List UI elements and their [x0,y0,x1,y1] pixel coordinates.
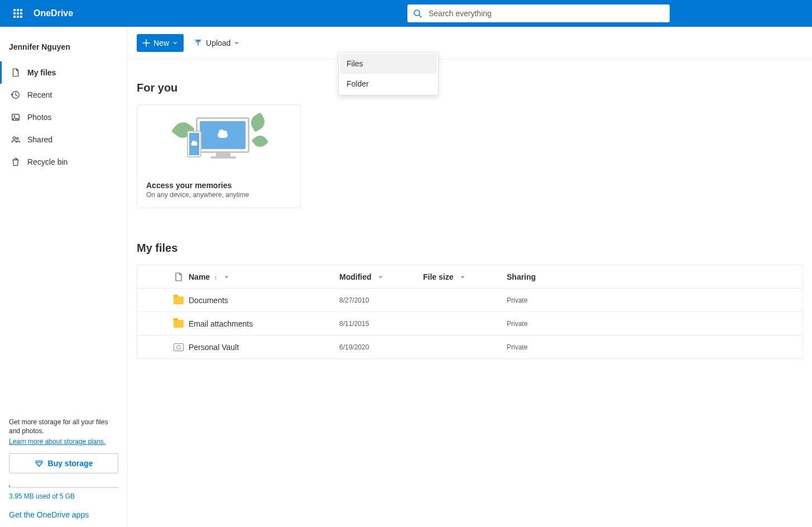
waffle-icon [13,9,22,18]
table-row[interactable]: Documents 8/27/2010 Private [137,289,803,312]
header: OneDrive [0,0,812,27]
column-name-header[interactable]: Name ↑ [189,272,339,281]
clock-icon [11,90,21,100]
upload-folder-item[interactable]: Folder [340,74,437,94]
file-modified: 8/27/2010 [339,296,423,304]
chevron-down-icon [378,274,383,280]
column-sharing-header[interactable]: Sharing [507,272,596,281]
command-bar: New Upload [128,27,812,59]
vault-icon [174,343,184,351]
dropdown-label: Folder [347,79,369,88]
user-name: Jennifer Nguyen [0,37,127,61]
nav-label: My files [27,68,56,77]
search-input[interactable] [429,9,664,18]
memories-card[interactable]: Access your memories On any device, anyw… [137,104,301,208]
file-modified: 6/19/2020 [339,343,423,351]
file-name: Email attachments [189,319,339,328]
diamond-icon [35,459,44,468]
dropdown-label: Files [347,59,363,68]
memories-card-title: Access your memories [146,181,291,190]
nav-recent[interactable]: Recent [0,84,127,106]
table-header: Name ↑ Modified File size [137,265,803,289]
main-content: New Upload Files Folder [128,27,812,527]
app-name: OneDrive [33,8,73,18]
nav-shared[interactable]: Shared [0,128,127,151]
new-button[interactable]: New [137,34,184,52]
chevron-down-icon [172,40,178,46]
folder-icon [174,320,184,328]
buy-storage-button[interactable]: Buy storage [9,453,118,473]
table-row[interactable]: Personal Vault 6/19/2020 Private [137,336,803,359]
chevron-down-icon [460,274,465,280]
plus-icon [142,39,150,47]
svg-point-4 [14,116,15,117]
buy-storage-label: Buy storage [48,459,93,468]
upload-button[interactable]: Upload [189,34,244,52]
svg-point-0 [414,10,420,16]
nav-label: Shared [27,135,52,144]
file-sharing: Private [507,296,596,304]
nav-my-files[interactable]: My files [0,61,127,84]
storage-progress-bar [9,487,118,488]
get-apps-link[interactable]: Get the OneDrive apps [9,510,118,519]
new-label: New [153,39,169,47]
storage-message: Get more storage for all your files and … [9,418,118,435]
upload-icon [194,39,203,47]
people-icon [11,135,21,145]
sort-ascending-icon: ↑ [214,275,217,281]
file-type-icon [175,272,182,281]
memories-card-subtitle: On any device, anywhere, anytime [146,191,291,199]
folder-icon [174,296,184,304]
nav-label: Photos [27,113,52,122]
file-sharing: Private [507,320,596,328]
nav-label: Recent [27,90,52,99]
memories-illustration [137,105,300,172]
file-name: Documents [189,296,339,305]
chevron-down-icon [234,40,239,46]
file-icon [11,68,21,78]
sidebar: Jennifer Nguyen My files Recent Photos [0,27,128,527]
files-table: Name ↑ Modified File size [137,265,803,359]
nav-recycle-bin[interactable]: Recycle bin [0,151,127,173]
search-box[interactable] [407,4,670,22]
table-row[interactable]: Email attachments 8/11/2015 Private [137,312,803,336]
upload-label: Upload [206,39,230,47]
upload-dropdown: Files Folder [338,52,439,95]
photo-icon [11,112,21,122]
upload-files-item[interactable]: Files [340,54,437,74]
trash-icon [11,157,21,167]
column-size-header[interactable]: File size [423,272,507,281]
storage-plans-link[interactable]: Learn more about storage plans. [9,438,105,445]
chevron-down-icon [224,274,229,280]
file-sharing: Private [507,343,596,351]
nav-photos[interactable]: Photos [0,106,127,128]
file-name: Personal Vault [189,343,339,352]
file-modified: 8/11/2015 [339,320,423,328]
nav-label: Recycle bin [27,157,68,166]
for-you-title: For you [137,82,803,94]
column-modified-header[interactable]: Modified [339,272,423,281]
svg-point-5 [13,137,16,140]
svg-line-1 [419,15,421,17]
my-files-title: My files [137,242,803,255]
app-launcher-button[interactable] [4,0,31,27]
svg-point-6 [16,137,18,140]
search-icon [413,9,422,18]
storage-used-text: 3.95 MB used of 5 GB [9,492,75,500]
